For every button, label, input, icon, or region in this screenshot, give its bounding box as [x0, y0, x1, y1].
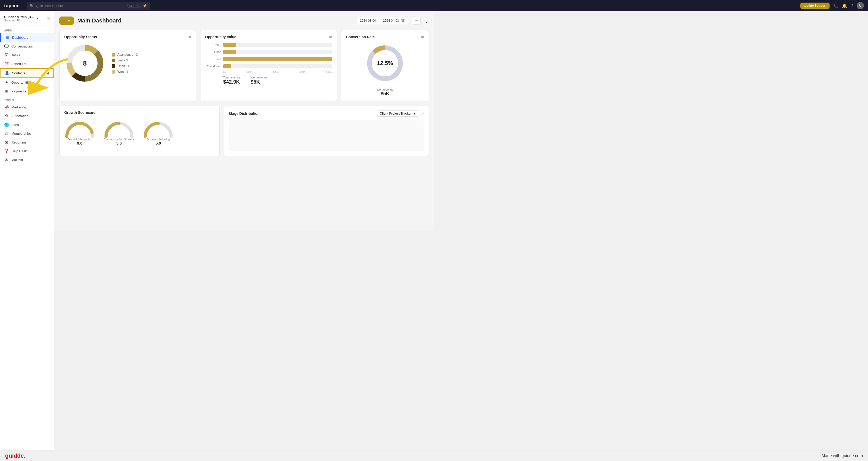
filter-icon[interactable]: ⇄	[329, 35, 332, 39]
sidebar-item-label: Scheduler	[11, 62, 27, 66]
dashboard-edit-button[interactable]: ✏	[412, 17, 421, 25]
bar-label-abandoned: Abandoned	[205, 65, 221, 68]
company-location: Scranton, PA	[4, 19, 34, 22]
bar-row-won: Won	[223, 42, 332, 47]
sidebar-item-label: Dashboard	[12, 36, 29, 39]
bar-track-lost	[223, 57, 332, 61]
date-arrow-icon: →	[378, 19, 381, 23]
reporting-icon: ◉	[4, 140, 9, 145]
contacts-icon: 👤	[5, 71, 9, 75]
opportunity-status-card: Opportunity Status ⇄	[59, 30, 196, 101]
bar-track-open	[223, 50, 332, 54]
company-chevron-icon: ▼	[36, 17, 39, 20]
conversion-stats: Won revenue $5K	[376, 88, 393, 96]
x-label-20k: $20K	[273, 70, 279, 73]
x-label-40k: $40K	[326, 70, 332, 73]
cards-row-1: Opportunity Status ⇄	[59, 30, 429, 101]
sidebar-item-label: Conversations	[11, 44, 33, 48]
sidebar-item-mailfold[interactable]: ✉ Mailfold	[0, 155, 54, 164]
sidebar-item-scheduler[interactable]: 📅 Scheduler	[0, 59, 54, 68]
date-range-picker[interactable]: 2024-03-04 → 2024-04-03 📅	[356, 17, 408, 24]
sidebar-item-opportunities[interactable]: ◈ Opportunities	[0, 78, 54, 87]
sidebar-item-memberships[interactable]: ◎ Memberships	[0, 129, 54, 138]
search-bar[interactable]: 🔍 Ctrl + K ⚡	[27, 2, 150, 9]
sidebar-item-label: Sites	[11, 123, 19, 127]
donut-center-value: 8	[83, 59, 87, 67]
donut-chart: 8	[64, 42, 105, 84]
sidebar-item-label: Opportunities	[11, 81, 31, 84]
dropdown-icon: ▼	[67, 19, 71, 23]
card-title-opportunity-status: Opportunity Status ⇄	[64, 35, 191, 39]
mailfold-icon: ✉	[4, 157, 9, 162]
sidebar-item-tasks[interactable]: ☑ Tasks	[0, 51, 54, 59]
legend-color-lost	[112, 59, 115, 62]
bar-chart: Won Open Lost	[205, 42, 332, 73]
memberships-icon: ◎	[4, 131, 9, 136]
sidebar-item-payments[interactable]: ⊞ Payments	[0, 87, 54, 95]
dashboard-more-button[interactable]: ⋮	[424, 18, 429, 24]
date-end: 2024-04-03	[383, 19, 399, 23]
tools-section-label: Tools	[0, 95, 54, 103]
payments-icon: ⊞	[4, 89, 9, 93]
scheduler-icon: 📅	[4, 61, 9, 66]
layout-icon[interactable]: ⊞	[47, 17, 50, 21]
search-input[interactable]	[36, 4, 125, 8]
page-title: Main Dashboard	[78, 17, 122, 24]
conversion-won-value: $5K	[376, 91, 393, 96]
bar-fill-won	[223, 42, 236, 47]
bar-label-lost: Lost	[205, 58, 221, 61]
cards-row-2: Growth Scorecard Brand & Messaging 9.0	[59, 105, 429, 156]
sidebar-item-dashboard[interactable]: ⊞ Dashboard	[0, 33, 54, 42]
sidebar-item-sites[interactable]: 🌐 Sites	[0, 120, 54, 129]
search-shortcut: Ctrl + K	[127, 4, 140, 8]
sidebar-item-label: Mailfold	[11, 158, 23, 162]
tasks-icon: ☑	[4, 53, 9, 57]
contacts-arrow-icon: ◀	[46, 71, 49, 75]
dashboard-view-toggle[interactable]: ⊞ ▼	[59, 17, 74, 25]
top-navigation: topline 🔍 Ctrl + K ⚡ topline Support 📞 🔔…	[0, 0, 434, 11]
filter-icon[interactable]: ⇄	[188, 35, 191, 39]
company-header[interactable]: Dunder Mifflin [D... Scranton, PA ▼ ⊞	[0, 11, 54, 26]
bar-fill-lost	[223, 57, 332, 61]
stage-filter-icon[interactable]: ⇄	[421, 112, 424, 116]
dashboard-icon: ⊞	[5, 35, 9, 40]
won-revenue-label: Won revenue	[251, 76, 267, 79]
chevron-down-icon: ▼	[413, 112, 416, 115]
card-title-growth-scorecard: Growth Scorecard	[64, 111, 215, 115]
apps-section-label: Apps	[0, 26, 54, 33]
legend-color-open	[112, 64, 115, 68]
app-logo: topline	[4, 3, 19, 8]
sidebar-item-label: Help Desk	[11, 149, 27, 153]
card-title-conversion-rate: Conversion Rate ⇄	[346, 35, 424, 39]
bar-fill-abandoned	[223, 64, 231, 68]
growth-scorecard-card: Growth Scorecard Brand & Messaging 9.0	[59, 105, 220, 156]
sidebar-item-contacts[interactable]: 👤 Contacts ◀	[0, 68, 54, 78]
lightning-icon[interactable]: ⚡	[142, 3, 147, 8]
conversion-donut-chart: 12.5%	[364, 42, 406, 84]
stage-dropdown[interactable]: Client Project Tracker ▼	[377, 111, 419, 117]
company-name: Dunder Mifflin [D...	[4, 15, 34, 19]
conversations-icon: 💬	[4, 44, 9, 49]
sidebar-item-marketing[interactable]: 📣 Marketing	[0, 103, 54, 112]
sidebar-item-conversations[interactable]: 💬 Conversations	[0, 42, 54, 51]
sidebar-item-helpdesk[interactable]: ❓ Help Desk	[0, 147, 54, 155]
sidebar-item-label: Automation	[11, 114, 28, 118]
bar-row-open: Open	[223, 50, 332, 54]
opportunities-icon: ◈	[4, 80, 9, 85]
sidebar-item-reporting[interactable]: ◉ Reporting	[0, 138, 54, 147]
scorecard-communication-strategy: Communication Strategy 5.0	[103, 121, 134, 145]
stage-distribution-chart	[228, 120, 424, 151]
sidebar-item-automation[interactable]: ⚙ Automation	[0, 112, 54, 120]
sidebar-item-label: Memberships	[11, 132, 31, 135]
card-title-opportunity-value: Opportunity Value ⇄	[205, 35, 332, 39]
opportunity-status-content: 8 Abandoned - 3 Lost - 3 Open - 1	[64, 42, 191, 84]
dashboard-header: ⊞ ▼ Main Dashboard 2024-03-04 → 2024-04-…	[59, 17, 429, 25]
filter-icon[interactable]: ⇄	[421, 35, 424, 39]
x-axis: $0 $10K $20K $30K $40K	[223, 70, 332, 73]
opportunity-value-content: Won Open Lost	[205, 42, 332, 88]
total-revenue-stat: Total revenue $42.9K	[223, 76, 240, 85]
marketing-icon: 📣	[4, 105, 9, 110]
legend-item-won: Won - 1	[112, 70, 138, 73]
sidebar-item-label: Contacts	[12, 71, 25, 75]
x-label-10k: $10K	[246, 70, 252, 73]
